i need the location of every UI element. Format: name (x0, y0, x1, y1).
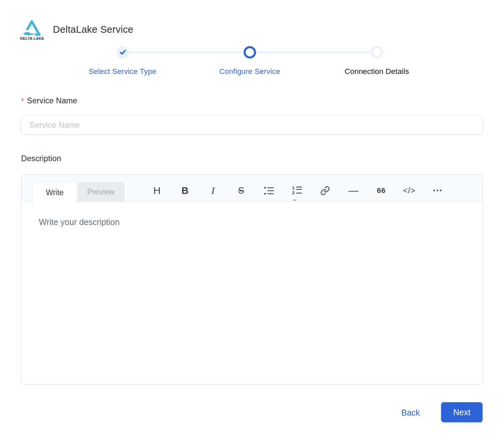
strikethrough-icon[interactable]: S (234, 184, 248, 198)
service-name-input[interactable] (21, 115, 483, 135)
step-3-indicator-pending (371, 46, 383, 59)
service-name-label-text: Service Name (27, 96, 77, 105)
link-icon[interactable] (318, 184, 332, 198)
svg-text:2: 2 (292, 190, 295, 195)
description-textarea[interactable] (21, 202, 483, 384)
delta-lake-logo-icon (22, 20, 41, 36)
stepper-connector-2 (250, 51, 377, 53)
step-2-indicator-active (244, 46, 256, 59)
markdown-editor: Write Preview H B I S (21, 174, 483, 385)
ordered-list-icon[interactable]: 1 2 (290, 184, 304, 198)
next-button[interactable]: Next (441, 402, 483, 422)
stepper-connector-1 (122, 51, 250, 53)
more-options-icon[interactable]: ••• (430, 184, 444, 198)
configure-service-page: DELTA LAKE DeltaLake Service Select Serv… (0, 0, 504, 440)
required-asterisk: * (21, 97, 24, 105)
step-label-connection-details: Connection Details (313, 67, 440, 76)
wizard-stepper: Select Service Type Configure Service Co… (59, 46, 440, 76)
italic-icon[interactable]: I (206, 184, 220, 198)
page-title: DeltaLake Service (53, 24, 133, 35)
stepper-labels: Select Service Type Configure Service Co… (59, 67, 440, 76)
stepper-track (59, 46, 440, 59)
code-icon[interactable]: </> (402, 184, 416, 198)
step-1-indicator-completed (116, 46, 129, 59)
step-label-select-service-type: Select Service Type (59, 67, 186, 76)
service-name-label: *Service Name (21, 96, 77, 105)
ordered-list-focus-mark (293, 200, 296, 201)
editor-header: Write Preview H B I S (21, 175, 483, 202)
svg-text:1: 1 (292, 186, 295, 191)
tab-write[interactable]: Write (32, 182, 77, 206)
step-label-configure-service: Configure Service (186, 67, 313, 76)
unordered-list-icon[interactable] (262, 184, 276, 198)
tab-preview[interactable]: Preview (77, 182, 124, 202)
horizontal-rule-icon[interactable]: — (346, 184, 360, 198)
editor-body (21, 202, 483, 384)
delta-lake-logo: DELTA LAKE (20, 20, 44, 40)
logo-wordmark: DELTA LAKE (20, 36, 44, 40)
editor-toolbar: H B I S (150, 175, 444, 202)
heading-icon[interactable]: H (150, 184, 164, 198)
check-icon (119, 49, 126, 55)
bold-icon[interactable]: B (178, 184, 192, 198)
description-label: Description (21, 154, 61, 163)
quote-icon[interactable]: 66 (374, 184, 388, 198)
back-button[interactable]: Back (397, 405, 425, 420)
